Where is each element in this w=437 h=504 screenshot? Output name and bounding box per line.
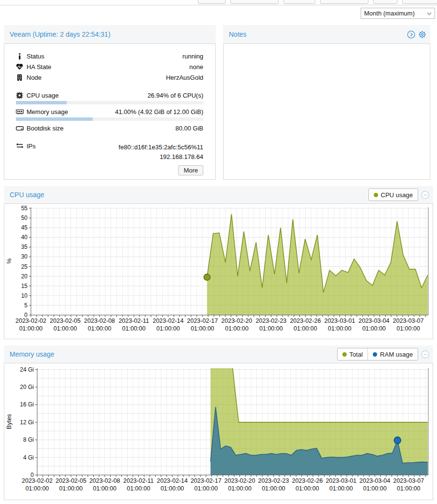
- status-row-cpu-usage: CPU usage26.94% of 6 CPU(s): [16, 90, 203, 101]
- status-row-value: HerzAusGold: [166, 74, 203, 81]
- svg-text:2023-02-08: 2023-02-08: [84, 317, 115, 324]
- cpu-icon: [16, 92, 27, 99]
- memory-chart-panel: Memory usage TotalRAM usage 04 Gi8 Gi12 …: [4, 346, 433, 500]
- svg-text:55: 55: [21, 205, 28, 212]
- memory-icon: [16, 109, 27, 115]
- svg-text:2023-02-14: 2023-02-14: [153, 317, 183, 324]
- svg-text:01:00:00: 01:00:00: [328, 325, 352, 332]
- svg-text:2023-02-17: 2023-02-17: [191, 477, 222, 484]
- svg-text:20 Gi: 20 Gi: [20, 384, 34, 390]
- svg-text:01:00:00: 01:00:00: [363, 485, 387, 492]
- cpu-chart-legend: CPU usage: [368, 188, 418, 201]
- svg-text:2023-03-07: 2023-03-07: [393, 317, 424, 324]
- svg-text:01:00:00: 01:00:00: [362, 325, 386, 332]
- svg-text:2023-03-07: 2023-03-07: [393, 477, 424, 484]
- memory-chart-legend: TotalRAM usage: [337, 348, 418, 360]
- status-row-value: 26.94% of 6 CPU(s): [147, 92, 203, 99]
- progress-bar-cpu-usage: [16, 101, 203, 104]
- svg-text:2023-03-01: 2023-03-01: [325, 477, 356, 484]
- proxmox-vm-summary-page: Month (maximum) Veeam (Uptime: 2 days 22…: [0, 0, 437, 504]
- notes-panel: Notes: [223, 25, 430, 180]
- svg-text:35: 35: [21, 244, 28, 250]
- svg-text:01:00:00: 01:00:00: [122, 325, 146, 332]
- status-row-value: fe80::d16f:1e35:2afc:5c56%11192.168.178.…: [119, 143, 203, 162]
- progress-bar-memory-usage: [16, 117, 203, 121]
- legend-dot: [373, 352, 377, 357]
- svg-text:20: 20: [21, 273, 28, 280]
- chevron-down-icon: [426, 10, 433, 17]
- svg-text:2023-02-20: 2023-02-20: [225, 477, 255, 484]
- svg-text:01:00:00: 01:00:00: [93, 485, 117, 492]
- toolbar-button-fragment[interactable]: [373, 0, 397, 4]
- svg-text:2023-03-04: 2023-03-04: [359, 317, 390, 324]
- svg-text:50: 50: [21, 215, 28, 221]
- memory-usage-chart[interactable]: 04 Gi8 Gi12 Gi16 Gi20 Gi24 Gi2023-02-020…: [4, 363, 433, 500]
- svg-text:15: 15: [21, 283, 28, 289]
- svg-text:2023-02-26: 2023-02-26: [290, 317, 321, 324]
- svg-text:01:00:00: 01:00:00: [396, 325, 420, 332]
- cpu-usage-chart[interactable]: 05101520253035404550552023-02-0201:00:00…: [4, 204, 433, 339]
- status-row-ha-state: HA Statenone: [16, 61, 203, 72]
- legend-dot: [342, 352, 347, 357]
- legend-item-total[interactable]: Total: [338, 348, 367, 360]
- svg-text:25: 25: [21, 263, 28, 270]
- collapse-icon[interactable]: [421, 350, 429, 359]
- status-row-bootdisk: Bootdisk size80.00 GiB: [16, 123, 203, 133]
- more-button[interactable]: More: [178, 165, 203, 175]
- svg-text:01:00:00: 01:00:00: [59, 485, 83, 492]
- heartbeat-icon: [16, 63, 27, 71]
- building-icon: [16, 74, 27, 81]
- status-row-value: none: [189, 63, 203, 71]
- svg-text:2023-02-23: 2023-02-23: [258, 477, 289, 484]
- svg-text:01:00:00: 01:00:00: [54, 325, 77, 332]
- legend-item-cpu-usage[interactable]: CPU usage: [369, 189, 418, 201]
- arrows-icon: [16, 143, 27, 149]
- toolbar-button-fragment[interactable]: [402, 0, 437, 4]
- vm-status-panel: Veeam (Uptime: 2 days 22:54:31) Statusru…: [4, 25, 216, 180]
- svg-text:01:00:00: 01:00:00: [225, 325, 249, 332]
- svg-text:2023-02-05: 2023-02-05: [56, 477, 86, 484]
- time-range-value: Month (maximum): [364, 10, 426, 17]
- svg-text:01:00:00: 01:00:00: [259, 325, 283, 332]
- toolbar-divider: [0, 5, 437, 5]
- legend-label: CPU usage: [381, 191, 413, 199]
- collapse-icon[interactable]: [421, 191, 429, 199]
- toolbar-button-fragment[interactable]: [283, 0, 315, 4]
- notes-panel-body[interactable]: [223, 43, 430, 180]
- svg-text:01:00:00: 01:00:00: [191, 325, 214, 332]
- legend-label: Total: [350, 351, 363, 358]
- status-row-label: CPU usage: [27, 92, 58, 99]
- status-row-label: IPs: [27, 143, 36, 150]
- notes-panel-title: Notes: [229, 30, 247, 38]
- svg-text:01:00:00: 01:00:00: [26, 485, 49, 492]
- expand-notes-icon[interactable]: [407, 30, 415, 39]
- svg-text:01:00:00: 01:00:00: [160, 485, 184, 492]
- memory-chart-panel-header: Memory usage TotalRAM usage: [4, 346, 433, 363]
- svg-text:2023-02-20: 2023-02-20: [221, 317, 252, 324]
- svg-text:Bytes: Bytes: [6, 414, 13, 429]
- svg-text:45: 45: [21, 224, 28, 231]
- svg-text:01:00:00: 01:00:00: [329, 485, 353, 492]
- status-row-value: 80.00 GiB: [175, 125, 203, 132]
- svg-text:01:00:00: 01:00:00: [156, 325, 180, 332]
- svg-text:01:00:00: 01:00:00: [294, 325, 317, 332]
- svg-text:01:00:00: 01:00:00: [127, 485, 150, 492]
- svg-text:2023-02-02: 2023-02-02: [22, 477, 53, 484]
- svg-text:01:00:00: 01:00:00: [228, 485, 252, 492]
- svg-text:01:00:00: 01:00:00: [88, 325, 112, 332]
- toolbar-button-fragment[interactable]: [198, 0, 226, 4]
- legend-item-ram-usage[interactable]: RAM usage: [367, 348, 418, 360]
- gear-icon[interactable]: [418, 30, 426, 39]
- time-range-select[interactable]: Month (maximum): [361, 8, 435, 19]
- toolbar-button-fragment[interactable]: [230, 0, 279, 4]
- svg-text:4 Gi: 4 Gi: [23, 454, 34, 461]
- svg-text:12 Gi: 12 Gi: [20, 419, 34, 426]
- status-row-label: Node: [27, 74, 42, 81]
- status-row-label: Status: [27, 53, 44, 60]
- svg-text:2023-02-08: 2023-02-08: [89, 477, 120, 484]
- svg-text:8 Gi: 8 Gi: [23, 436, 34, 443]
- svg-text:2023-02-05: 2023-02-05: [50, 317, 81, 324]
- legend-dot: [374, 193, 378, 197]
- toolbar-button-fragment[interactable]: [320, 0, 368, 4]
- svg-text:10: 10: [21, 292, 28, 299]
